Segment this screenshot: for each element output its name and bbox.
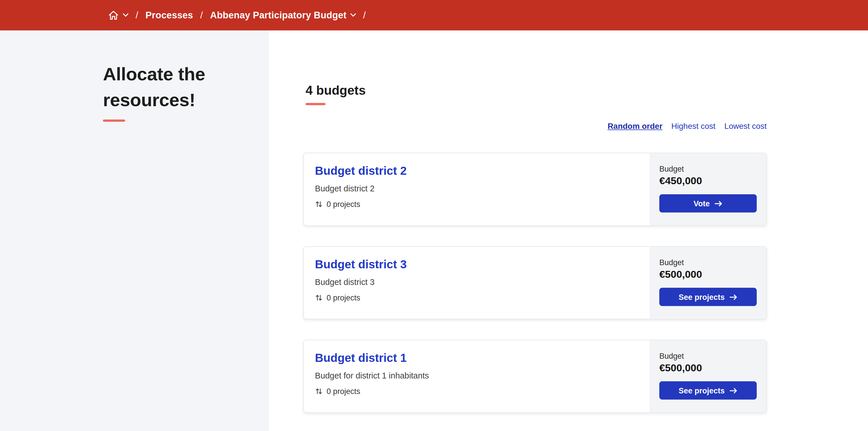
budget-title-link[interactable]: Budget district 1 [315,351,407,364]
vote-button[interactable]: Vote [659,194,756,213]
chevron-down-icon[interactable] [350,13,356,17]
page: / Processes / Abbenay Participatory Budg… [0,0,868,431]
budget-amount: €500,000 [659,362,756,374]
budgets-count-heading: 4 budgets [306,83,767,98]
sort-lowest-cost[interactable]: Lowest cost [724,122,767,130]
home-link[interactable] [108,10,128,21]
heading-accent-underline [306,103,326,105]
see-projects-button[interactable]: See projects [659,288,756,306]
budget-description: Budget district 2 [315,184,639,194]
projects-count: 0 projects [327,200,360,209]
sidebar: Allocate the resources! [0,30,268,431]
budget-description: Budget for district 1 inhabitants [315,371,639,381]
sort-random-order[interactable]: Random order [608,122,662,130]
budget-title-link[interactable]: Budget district 3 [315,258,407,271]
projects-icon [315,200,322,208]
sort-highest-cost[interactable]: Highest cost [671,122,716,130]
page-title: Allocate the resources! [103,61,246,113]
projects-row: 0 projects [315,387,639,396]
budget-card: Budget district 2 Budget district 2 0 pr… [303,153,767,226]
projects-row: 0 projects [315,293,639,302]
see-projects-button[interactable]: See projects [659,381,756,400]
budget-amount: €450,000 [659,175,756,187]
budget-card-side: Budget €450,000 Vote [650,153,766,225]
breadcrumb-bar: / Processes / Abbenay Participatory Budg… [0,0,868,30]
projects-icon [315,388,322,395]
budget-card-body: Budget district 3 Budget district 3 0 pr… [304,247,650,319]
budget-description: Budget district 3 [315,277,639,287]
budget-amount: €500,000 [659,268,756,280]
projects-count: 0 projects [327,387,360,396]
budget-title-link[interactable]: Budget district 2 [315,164,407,177]
budget-card-side: Budget €500,000 See projects [650,247,766,319]
breadcrumb-separator: / [200,10,203,21]
budget-label: Budget [659,164,756,173]
arrow-right-icon [715,200,722,207]
title-accent-underline [103,120,125,122]
breadcrumb-separator: / [363,10,366,21]
budget-card-side: Budget €500,000 See projects [650,340,766,412]
budget-card: Budget district 3 Budget district 3 0 pr… [303,246,767,319]
budget-label: Budget [659,258,756,267]
arrow-right-icon [730,387,737,394]
main-content: 4 budgets Random order Highest cost Lowe… [268,30,868,431]
projects-count: 0 projects [327,293,360,302]
breadcrumb-current-process[interactable]: Abbenay Participatory Budget [210,10,356,21]
chevron-down-icon[interactable] [123,13,128,17]
content-layout: Allocate the resources! 4 budgets Random… [0,30,868,431]
projects-row: 0 projects [315,200,639,209]
breadcrumb-separator: / [135,10,138,21]
sort-options: Random order Highest cost Lowest cost [303,122,767,130]
budget-card: Budget district 1 Budget for district 1 … [303,340,767,413]
budget-card-body: Budget district 1 Budget for district 1 … [304,340,650,412]
arrow-right-icon [730,294,737,300]
home-icon [108,10,119,21]
budget-label: Budget [659,351,756,361]
budget-card-body: Budget district 2 Budget district 2 0 pr… [304,153,650,225]
breadcrumb-processes[interactable]: Processes [146,10,193,21]
projects-icon [315,294,322,302]
